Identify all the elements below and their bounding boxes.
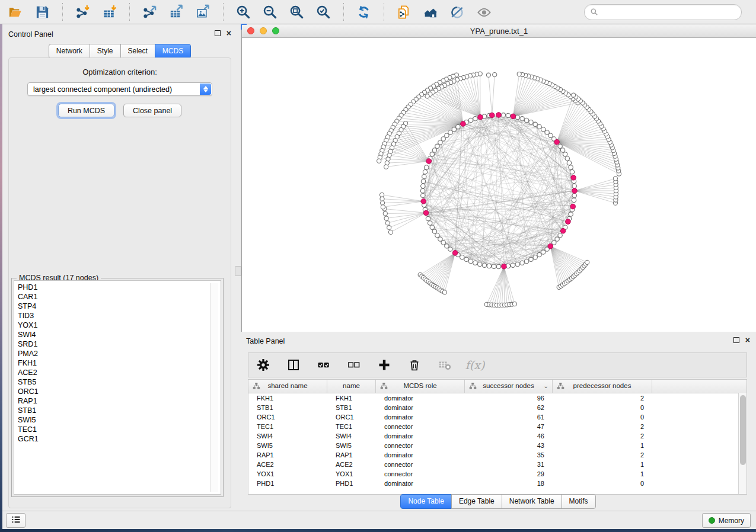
show-columns-button[interactable] (286, 357, 301, 373)
dominator-node[interactable] (421, 199, 426, 204)
dominator-node[interactable] (570, 204, 576, 209)
mcds-result-list[interactable]: PHD1CAR1STP4TID3YOX1SWI4SRD1PMA2FKH1ACE2… (14, 280, 221, 495)
dominator-node[interactable] (490, 113, 495, 118)
clone-network-button[interactable] (392, 2, 416, 22)
splitter-handle[interactable] (235, 266, 241, 276)
network-window-titlebar[interactable]: YPA_prune.txt_1 (242, 25, 756, 38)
tab-motifs[interactable]: Motifs (562, 494, 596, 509)
mcds-result-item[interactable]: TEC1 (18, 425, 221, 434)
dominator-node[interactable] (423, 210, 429, 216)
search-input[interactable] (585, 5, 741, 20)
memory-button[interactable]: Memory (702, 513, 751, 528)
table-row[interactable]: SWI4SWI4dominator462 (248, 431, 747, 441)
optimization-dropdown[interactable]: largest connected component (undirected) (27, 82, 212, 96)
tab-mcds[interactable]: MCDS (155, 44, 191, 59)
dominator-node[interactable] (554, 139, 560, 145)
cell-successor-nodes: 96 (465, 393, 553, 403)
table-scrollbar[interactable] (738, 393, 747, 494)
mcds-result-item[interactable]: CAR1 (18, 292, 221, 302)
float-table-panel-icon[interactable] (733, 337, 739, 343)
zoom-fit-content-button[interactable] (285, 2, 309, 22)
dominator-node[interactable] (461, 121, 466, 127)
cell-mcds-role: dominator (376, 412, 465, 422)
tab-edge-table[interactable]: Edge Table (451, 494, 502, 509)
mcds-result-item[interactable]: ORC1 (18, 387, 221, 396)
float-control-panel-icon[interactable] (215, 30, 221, 36)
column-header-shared-name[interactable]: shared name (248, 380, 327, 393)
dominator-node[interactable] (548, 243, 553, 249)
table-row[interactable]: ORC1ORC1dominator610 (248, 412, 747, 422)
import-network-button[interactable] (71, 2, 95, 22)
dominator-node[interactable] (560, 229, 566, 234)
dominator-node[interactable] (511, 114, 516, 119)
deselect-all-button[interactable] (346, 357, 362, 373)
first-neighbors-button[interactable] (419, 2, 443, 22)
dominator-node[interactable] (478, 115, 483, 120)
table-row[interactable]: ACE2ACE2connector311 (248, 460, 747, 469)
export-network-button[interactable] (138, 2, 162, 22)
delete-columns-button[interactable] (407, 357, 422, 373)
mcds-result-item[interactable]: TID3 (18, 311, 221, 321)
dominator-node[interactable] (572, 188, 578, 194)
show-hidden-button[interactable] (472, 2, 496, 22)
run-mcds-button[interactable]: Run MCDS (58, 104, 114, 117)
column-header-predecessor-nodes[interactable]: predecessor nodes (553, 380, 652, 393)
tab-style[interactable]: Style (90, 44, 121, 59)
dominator-node[interactable] (566, 219, 571, 225)
open-session-button[interactable] (4, 2, 28, 22)
dominator-node[interactable] (502, 264, 507, 269)
table-row[interactable]: RAP1RAP1dominator352 (248, 450, 747, 460)
column-header-name[interactable]: name (327, 380, 376, 393)
zoom-in-button[interactable] (231, 2, 256, 22)
import-table-button[interactable] (97, 2, 122, 22)
create-column-button[interactable] (377, 357, 392, 373)
dominator-node[interactable] (452, 251, 458, 256)
select-all-button[interactable] (316, 357, 331, 373)
mcds-result-item[interactable]: STB1 (18, 406, 221, 415)
table-row[interactable]: YOX1YOX1connector291 (248, 469, 747, 479)
mcds-result-item[interactable]: ACE2 (18, 368, 221, 377)
dominator-node[interactable] (426, 159, 432, 164)
mcds-result-item[interactable]: GCR1 (18, 434, 221, 444)
show-panels-button[interactable] (6, 513, 25, 528)
close-table-panel-icon[interactable]: × (745, 337, 750, 343)
export-table-button[interactable] (164, 2, 189, 22)
zoom-selected-button[interactable] (311, 2, 336, 22)
close-panel-button[interactable]: Close panel (123, 104, 181, 117)
column-header-mcds-role[interactable]: MCDS role (376, 380, 465, 393)
table-row[interactable]: SWI5SWI5connector431 (248, 441, 747, 450)
mcds-result-item[interactable]: RAP1 (18, 396, 221, 406)
dominator-node[interactable] (496, 113, 502, 118)
mcds-result-item[interactable]: STB5 (18, 377, 221, 387)
column-header-successor-nodes[interactable]: successor nodes⌄ (465, 380, 553, 393)
mcds-result-item[interactable]: PMA2 (18, 349, 221, 358)
save-session-button[interactable] (30, 2, 55, 22)
mcds-result-item[interactable]: YOX1 (18, 321, 221, 330)
table-row[interactable]: PHD1PHD1dominator180 (248, 479, 747, 488)
tab-network-table[interactable]: Network Table (502, 494, 562, 509)
tab-network[interactable]: Network (49, 44, 90, 59)
cell-mcds-role: connector (376, 441, 465, 450)
apply-layout-button[interactable] (352, 2, 376, 22)
mcds-result-item[interactable]: SRD1 (18, 339, 221, 349)
mcds-result-item[interactable]: FKH1 (18, 358, 221, 368)
zoom-out-button[interactable] (258, 2, 282, 22)
table-row[interactable]: STB1STB1dominator620 (248, 403, 747, 412)
result-list-scrollbar[interactable] (210, 283, 218, 492)
mcds-result-item[interactable]: SWI5 (18, 415, 221, 425)
mcds-result-item[interactable]: STP4 (18, 302, 221, 311)
tab-node-table[interactable]: Node Table (400, 494, 452, 509)
close-control-panel-icon[interactable]: × (227, 30, 231, 36)
export-image-button[interactable] (191, 2, 215, 22)
table-options-button[interactable] (256, 357, 271, 373)
table-row[interactable]: TEC1TEC1connector472 (248, 422, 747, 431)
network-canvas[interactable] (242, 38, 755, 331)
hide-selected-button[interactable] (445, 2, 470, 22)
mcds-result-item[interactable]: SWI4 (18, 330, 221, 339)
table-scrollbar-thumb[interactable] (740, 395, 746, 465)
mcds-result-item[interactable]: PHD1 (18, 283, 221, 292)
control-panel: Control Panel × NetworkStyleSelectMCDS O… (2, 27, 237, 511)
table-row[interactable]: FKH1FKH1dominator962 (248, 393, 747, 403)
dominator-node[interactable] (571, 175, 576, 181)
tab-select[interactable]: Select (120, 44, 155, 59)
